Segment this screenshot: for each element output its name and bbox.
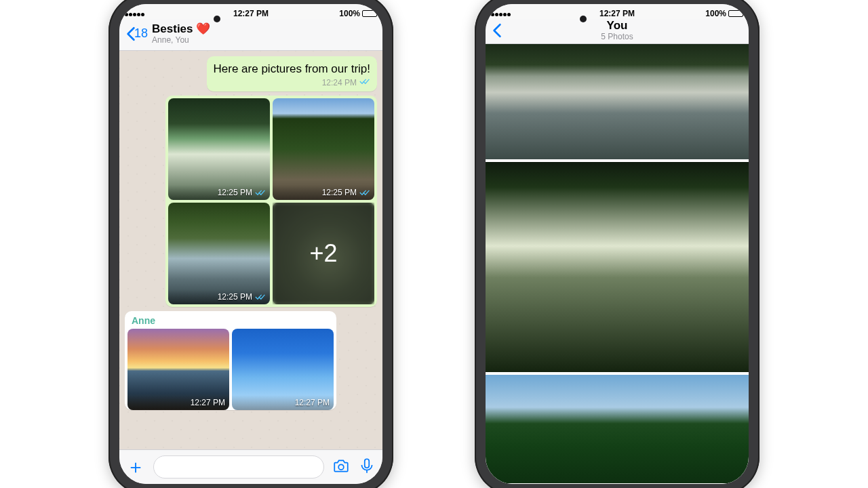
album-photo-more[interactable]: +2 [273, 203, 374, 304]
gallery-photo-3[interactable] [486, 375, 749, 483]
read-ticks-icon [359, 77, 370, 87]
album-out[interactable]: 12:25 PM 12:25 PM 12:25 PM [165, 96, 377, 307]
album-in-photo-2[interactable]: 12:27 PM [232, 329, 334, 410]
chat-body[interactable]: Here are pictures from our trip! 12:24 P… [119, 51, 382, 449]
back-button[interactable]: 18 [126, 26, 148, 41]
photo-time: 12:25 PM [218, 188, 252, 197]
status-bar: 12:27 PM 100% [119, 4, 382, 19]
read-ticks-icon [359, 188, 370, 197]
chat-title-block[interactable]: Besties ❤️ Anne, You [152, 23, 210, 45]
phone-right: 12:27 PM 100% You 5 Photos [475, 0, 760, 488]
album-photo-2[interactable]: 12:25 PM [273, 98, 374, 200]
photo-time: 12:25 PM [322, 188, 357, 197]
message-out[interactable]: Here are pictures from our trip! 12:24 P… [207, 56, 377, 92]
back-count: 18 [134, 26, 148, 41]
message-text: Here are pictures from our trip! [214, 62, 370, 76]
status-time: 12:27 PM [486, 9, 749, 18]
album-in-photo-1[interactable]: 12:27 PM [127, 329, 229, 410]
screen-gallery: 12:27 PM 100% You 5 Photos [486, 4, 749, 484]
chat-subtitle: Anne, You [152, 36, 210, 45]
chat-header[interactable]: 18 Besties ❤️ Anne, You [119, 19, 382, 51]
sender-name: Anne [127, 314, 334, 329]
status-time: 12:27 PM [119, 9, 382, 18]
read-ticks-icon [255, 188, 266, 197]
message-input[interactable] [153, 455, 324, 479]
heart-icon: ❤️ [196, 23, 210, 36]
photo-time: 12:27 PM [295, 398, 330, 407]
phone-left: 12:27 PM 100% 18 Besties ❤️ Anne, You [108, 0, 393, 488]
gallery-photo-1[interactable] [486, 44, 749, 159]
album-in[interactable]: Anne 12:27 PM 12:27 PM [125, 311, 336, 410]
battery-icon [728, 10, 743, 17]
photo-time: 12:25 PM [218, 292, 252, 302]
chat-title: Besties [152, 23, 193, 36]
album-photo-3[interactable]: 12:25 PM [168, 203, 270, 304]
battery-icon [362, 10, 377, 17]
camera-button[interactable] [332, 457, 350, 477]
more-count: +2 [273, 203, 374, 304]
album-photo-1[interactable]: 12:25 PM [168, 98, 270, 200]
svg-point-0 [338, 464, 344, 470]
photo-time: 12:27 PM [191, 398, 225, 407]
input-bar: ＋ [119, 449, 382, 484]
svg-rect-1 [365, 459, 370, 468]
gallery-title: You [607, 20, 628, 33]
read-ticks-icon [255, 293, 266, 301]
gallery-subtitle: 5 Photos [486, 33, 749, 41]
mic-button[interactable] [358, 457, 376, 477]
gallery-list[interactable] [486, 44, 749, 484]
message-time: 12:24 PM [322, 78, 357, 87]
gallery-header: You 5 Photos [486, 19, 749, 44]
screen-chat: 12:27 PM 100% 18 Besties ❤️ Anne, You [119, 4, 382, 484]
gallery-photo-2[interactable] [486, 162, 749, 372]
status-bar: 12:27 PM 100% [486, 4, 749, 19]
